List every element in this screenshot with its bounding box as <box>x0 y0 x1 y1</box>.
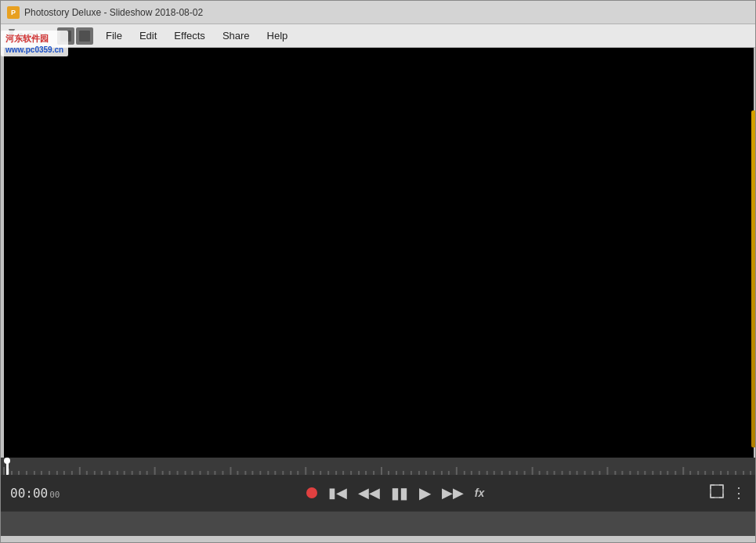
toolbar-icon-2[interactable] <box>76 27 93 45</box>
menu-items: File Edit Effects Share Help <box>98 27 295 45</box>
fx-button[interactable]: fx <box>475 487 484 499</box>
menu-effects[interactable]: Effects <box>166 27 213 45</box>
menu-share[interactable]: Share <box>215 27 258 45</box>
transport-right: ⋮ <box>710 484 746 501</box>
stop-button[interactable]: ▮▮ <box>391 483 408 502</box>
menu-help[interactable]: Help <box>259 27 296 45</box>
title-bar: P Photostory Deluxe - Slideshow 2018-08-… <box>1 1 755 24</box>
window-title: Photostory Deluxe - Slideshow 2018-08-02 <box>24 7 203 18</box>
more-options-button[interactable]: ⋮ <box>732 484 746 501</box>
svg-text:AGIX: AGIX <box>16 31 47 45</box>
toolbar-icon-1[interactable] <box>57 27 74 45</box>
rewind-button[interactable]: ◀◀ <box>358 484 380 501</box>
menu-edit[interactable]: Edit <box>132 27 165 45</box>
toolbar-icons <box>57 27 93 45</box>
main-area <box>1 48 756 458</box>
tick-canvas <box>1 458 755 475</box>
bottom-strip <box>1 511 755 536</box>
time-frames: 00 <box>49 490 60 500</box>
transport-controls: ▮◀ ◀◀ ▮▮ ▶ ▶▶ fx <box>89 483 702 502</box>
fullscreen-icon <box>710 484 724 498</box>
play-button[interactable]: ▶ <box>419 483 431 502</box>
menu-file[interactable]: File <box>98 27 130 45</box>
record-button[interactable] <box>306 487 317 498</box>
right-accent-strip <box>751 110 756 447</box>
app-frame: P Photostory Deluxe - Slideshow 2018-08-… <box>0 0 756 543</box>
prev-frame-button[interactable]: ▮◀ <box>328 484 347 501</box>
time-main: 00:00 <box>10 486 48 501</box>
fullscreen-button[interactable] <box>710 484 724 501</box>
logo: AGIX <box>4 26 51 46</box>
time-display: 00:00 00 <box>10 486 81 501</box>
scrubber-bar[interactable]: // Can't run script in SVG inline here; … <box>1 458 755 475</box>
menu-bar: AGIX File Edit Effects Share Help <box>1 24 755 48</box>
transport-bar: 00:00 00 ▮◀ ◀◀ ▮▮ ▶ <box>1 475 755 511</box>
svg-rect-4 <box>711 485 723 498</box>
magix-logo-svg: AGIX <box>4 26 51 46</box>
fast-forward-button[interactable]: ▶▶ <box>442 484 464 501</box>
app-icon: P <box>7 6 20 19</box>
video-preview <box>4 48 754 458</box>
